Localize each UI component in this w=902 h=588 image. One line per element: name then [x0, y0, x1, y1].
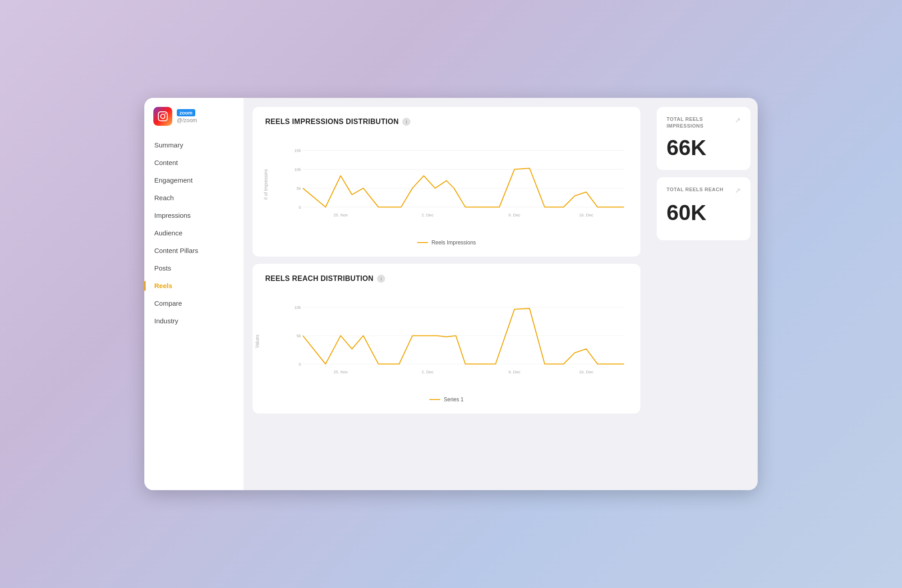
- sidebar-item-reels[interactable]: Reels: [148, 277, 240, 294]
- reach-chart-svg: 10k 5k 0 25. Nov 2. Dec 9. Dec 16. Dec: [288, 292, 628, 391]
- sidebar-logo: zoom @/zoom: [144, 107, 244, 137]
- svg-text:0: 0: [299, 362, 301, 367]
- svg-text:0: 0: [299, 205, 301, 210]
- sidebar-item-posts[interactable]: Posts: [148, 260, 240, 276]
- reach-stat-title: TOTAL REELS REACH: [667, 186, 723, 193]
- svg-text:2. Dec: 2. Dec: [422, 213, 434, 217]
- logo-handle: @/zoom: [177, 117, 197, 124]
- reach-legend-line: [429, 399, 440, 400]
- svg-text:5k: 5k: [297, 186, 301, 191]
- reach-stat-header: TOTAL REELS REACH ↗: [667, 186, 741, 195]
- svg-text:25. Nov: 25. Nov: [333, 370, 348, 374]
- impressions-stat-value: 66K: [667, 137, 741, 159]
- impressions-chart-card: REELS IMPRESSIONS DISTRIBUTION i # of Im…: [253, 107, 640, 257]
- reach-chart-card: REELS REACH DISTRIBUTION i Values 10k 5k…: [253, 264, 640, 413]
- svg-text:10k: 10k: [294, 305, 301, 310]
- svg-text:25. Nov: 25. Nov: [333, 213, 348, 217]
- reach-chart-title: REELS REACH DISTRIBUTION: [265, 275, 373, 283]
- sidebar-item-engagement[interactable]: Engagement: [148, 172, 240, 188]
- reach-stat-card: TOTAL REELS REACH ↗ 60K: [657, 177, 750, 240]
- right-panel: TOTAL REELSIMPRESSIONS ↗ 66K TOTAL REELS…: [649, 98, 758, 490]
- reach-stat-value: 60K: [667, 202, 741, 224]
- impressions-info-icon[interactable]: i: [402, 118, 410, 126]
- reach-y-axis-label: Values: [255, 335, 260, 348]
- svg-text:5k: 5k: [297, 334, 301, 338]
- sidebar-item-content[interactable]: Content: [148, 154, 240, 171]
- impressions-stat-card: TOTAL REELSIMPRESSIONS ↗ 66K: [657, 107, 750, 170]
- svg-text:16. Dec: 16. Dec: [579, 370, 594, 374]
- impressions-legend-line: [417, 242, 428, 243]
- sidebar-item-audience[interactable]: Audience: [148, 225, 240, 241]
- impressions-chart-svg: 15k 10k 5k 0 25. Nov 2. Dec 9. Dec 16. D…: [288, 135, 628, 234]
- logo-text: zoom @/zoom: [177, 109, 197, 124]
- svg-text:15k: 15k: [294, 148, 301, 153]
- sidebar-item-industry[interactable]: Industry: [148, 312, 240, 329]
- sidebar-item-compare[interactable]: Compare: [148, 295, 240, 312]
- impressions-stat-icon[interactable]: ↗: [735, 116, 741, 124]
- reach-chart-legend: Series 1: [265, 396, 628, 403]
- sidebar: zoom @/zoom Summary Content Engagement R…: [144, 98, 244, 490]
- zoom-badge: zoom: [177, 109, 195, 116]
- sidebar-nav: Summary Content Engagement Reach Impress…: [144, 137, 244, 329]
- instagram-icon: [153, 107, 172, 126]
- impressions-stat-header: TOTAL REELSIMPRESSIONS ↗: [667, 116, 741, 130]
- reach-stat-icon[interactable]: ↗: [735, 186, 741, 195]
- impressions-chart-title-row: REELS IMPRESSIONS DISTRIBUTION i: [265, 118, 628, 126]
- svg-text:9. Dec: 9. Dec: [508, 213, 520, 217]
- main-content: REELS IMPRESSIONS DISTRIBUTION i # of Im…: [244, 98, 649, 490]
- app-container: zoom @/zoom Summary Content Engagement R…: [144, 98, 758, 490]
- svg-text:10k: 10k: [294, 167, 301, 172]
- sidebar-item-impressions[interactable]: Impressions: [148, 207, 240, 224]
- impressions-y-axis-label: # of Impressins: [263, 169, 268, 200]
- sidebar-item-reach[interactable]: Reach: [148, 189, 240, 206]
- svg-text:9. Dec: 9. Dec: [508, 370, 520, 374]
- sidebar-item-content-pillars[interactable]: Content Pillars: [148, 242, 240, 259]
- impressions-stat-title: TOTAL REELSIMPRESSIONS: [667, 116, 704, 130]
- svg-text:2. Dec: 2. Dec: [422, 370, 434, 374]
- reach-legend-label: Series 1: [444, 396, 464, 403]
- svg-text:16. Dec: 16. Dec: [579, 213, 594, 217]
- impressions-chart-title: REELS IMPRESSIONS DISTRIBUTION: [265, 118, 399, 126]
- impressions-legend-label: Reels Impressions: [432, 239, 476, 246]
- reach-chart-area: Values 10k 5k 0 25. Nov 2. Dec 9. Dec 16…: [265, 292, 628, 391]
- reach-chart-title-row: REELS REACH DISTRIBUTION i: [265, 275, 628, 283]
- impressions-chart-area: # of Impressins 15k 10k 5k 0 25. Nov 2. …: [265, 135, 628, 234]
- reach-info-icon[interactable]: i: [377, 275, 385, 283]
- impressions-chart-legend: Reels Impressions: [265, 239, 628, 246]
- sidebar-item-summary[interactable]: Summary: [148, 137, 240, 153]
